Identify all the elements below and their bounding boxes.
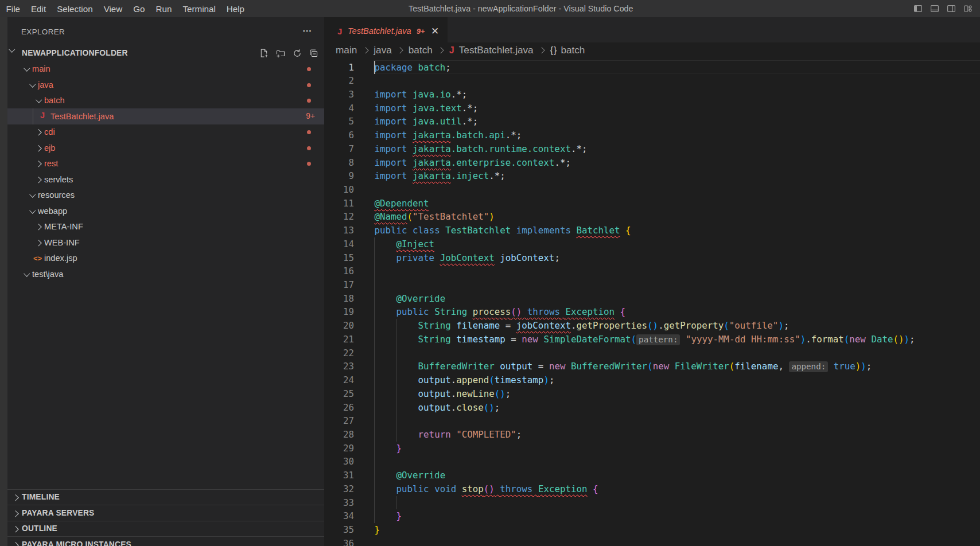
tree-item-label: batch: [44, 96, 65, 105]
tree-item-webapp[interactable]: webapp: [7, 203, 324, 219]
tree-item-testbatchlet.java[interactable]: JTestBatchlet.java9+: [7, 108, 324, 124]
menu-view[interactable]: View: [98, 0, 128, 17]
line-number: 24: [324, 373, 354, 387]
code-line-content: }: [375, 523, 380, 537]
chevron-right-icon: [34, 175, 44, 184]
line-number: 6: [324, 128, 354, 142]
line-number: 13: [324, 224, 354, 237]
code-line-content: public void stop() throws Exception {: [375, 482, 598, 496]
error-squiggle: Batchlet: [576, 225, 620, 236]
code-line-17: 17: [324, 278, 980, 292]
line-number: 35: [324, 523, 354, 537]
breadcrumb-item[interactable]: java: [374, 44, 392, 56]
tree-item-rest[interactable]: rest: [7, 156, 324, 172]
new-file-icon[interactable]: [259, 49, 269, 58]
problems-count-badge: 9+: [306, 112, 315, 120]
code-line-4: 4import java.text.*;: [324, 102, 980, 115]
tab-testbatchlet[interactable]: J TestBatchlet.java 9+ ✕: [324, 17, 448, 42]
code-line-content: @Dependent: [375, 197, 429, 210]
line-number: 12: [324, 210, 354, 224]
section-payara-micro-instances[interactable]: PAYARA MICRO INSTANCES: [7, 536, 324, 546]
tree-item-batch[interactable]: batch: [7, 93, 324, 109]
problems-dot-badge: [307, 146, 311, 150]
tree-item-main[interactable]: main: [7, 61, 324, 77]
tree-item-web-inf[interactable]: WEB-INF: [7, 235, 324, 251]
code-line-content: @Named("TestBatchlet"): [375, 210, 495, 224]
code-line-29: 29 }: [324, 442, 980, 455]
code-line-1: 1package batch;: [324, 61, 980, 75]
java-file-icon: J: [40, 111, 45, 120]
breadcrumb-item[interactable]: TestBatchlet.java: [459, 44, 534, 56]
breadcrumb-item[interactable]: batch: [561, 44, 585, 56]
menu-file[interactable]: File: [1, 0, 25, 17]
more-actions-icon[interactable]: ⋯: [302, 25, 312, 36]
line-number: 5: [324, 115, 354, 128]
section-label: PAYARA MICRO INSTANCES: [22, 540, 131, 546]
breadcrumb-item[interactable]: main: [336, 44, 357, 56]
code-line-10: 10: [324, 183, 980, 197]
tree-item-test-java[interactable]: test\java: [7, 266, 324, 282]
code-line-11: 11@Dependent: [324, 197, 980, 210]
menu-go[interactable]: Go: [128, 0, 150, 17]
line-number: 16: [324, 264, 354, 278]
error-squiggle: jakarta: [413, 130, 451, 141]
new-folder-icon[interactable]: [276, 49, 285, 58]
toggle-secondary-sidebar-icon[interactable]: [947, 4, 956, 13]
inlay-hint: append:: [789, 361, 828, 372]
text-cursor: [374, 61, 375, 75]
tree-item-label: WEB-INF: [44, 238, 80, 247]
code-line-6: 6import jakarta.batch.api.*;: [324, 128, 980, 142]
code-line-14: 14 @Inject: [324, 237, 980, 251]
code-line-26: 26 output.close();: [324, 401, 980, 415]
tree-item-meta-inf[interactable]: META-INF: [7, 219, 324, 235]
tree-item-resources[interactable]: resources: [7, 188, 324, 204]
tab-close-icon[interactable]: ✕: [431, 25, 439, 37]
toggle-sidebar-icon[interactable]: [913, 4, 923, 13]
tree-item-label: ejb: [44, 143, 55, 153]
code-line-3: 3import java.io.*;: [324, 88, 980, 102]
section-outline[interactable]: OUTLINE: [7, 521, 324, 537]
line-number: 30: [324, 455, 354, 469]
tree-item-servlets[interactable]: servlets: [7, 171, 324, 188]
tree-item-ejb[interactable]: ejb: [7, 140, 324, 156]
problems-dot-badge: [307, 162, 311, 166]
problems-dot-badge: [307, 83, 311, 87]
tree-item-java[interactable]: java: [7, 77, 324, 93]
collapse-all-icon[interactable]: [309, 49, 318, 58]
chevron-down-icon: [34, 96, 44, 106]
code-line-content: }: [375, 442, 402, 455]
code-editor[interactable]: 1package batch;23import java.io.*;4impor…: [324, 58, 980, 546]
toggle-panel-icon[interactable]: [930, 4, 939, 13]
code-line-19: 19 public String process() throws Except…: [324, 305, 980, 319]
breadcrumb-item[interactable]: batch: [409, 44, 433, 56]
explorer-toolbar: [259, 49, 318, 58]
folder-section-header[interactable]: NEWAPPLICATIONFOLDER: [7, 45, 324, 61]
tree-item-label: META-INF: [44, 222, 83, 231]
tree-item-cdi[interactable]: cdi: [7, 124, 324, 141]
menu-terminal[interactable]: Terminal: [177, 0, 221, 17]
error-squiggle: jakarta: [413, 143, 451, 154]
editor-area: J TestBatchlet.java 9+ ✕ mainjavabatchJT…: [324, 17, 980, 546]
error-squiggle: stop() throws Exception: [462, 483, 588, 494]
code-line-23: 23 BufferedWriter output = new BufferedW…: [324, 360, 980, 373]
refresh-icon[interactable]: [293, 49, 302, 58]
breadcrumb-separator-icon: [361, 45, 370, 56]
menu-run[interactable]: Run: [150, 0, 177, 17]
menu-edit[interactable]: Edit: [25, 0, 51, 17]
chevron-right-icon: [34, 143, 44, 153]
code-line-content: @Override: [375, 292, 446, 306]
tree-item-label: webapp: [38, 206, 67, 216]
tree-item-index.jsp[interactable]: <>index.jsp: [7, 251, 324, 267]
code-line-content: output.close();: [375, 401, 500, 415]
line-number: 2: [324, 74, 354, 88]
line-number: 34: [324, 509, 354, 523]
menu-help[interactable]: Help: [221, 0, 250, 17]
section-timeline[interactable]: TIMELINE: [7, 489, 324, 505]
chevron-down-icon: [28, 80, 37, 89]
java-file-icon: J: [337, 26, 342, 36]
customize-layout-icon[interactable]: [963, 4, 973, 13]
inlay-hint: pattern:: [636, 334, 680, 345]
menu-selection[interactable]: Selection: [52, 0, 98, 17]
code-line-20: 20 String filename = jobContext.getPrope…: [324, 319, 980, 333]
section-payara-servers[interactable]: PAYARA SERVERS: [7, 505, 324, 521]
